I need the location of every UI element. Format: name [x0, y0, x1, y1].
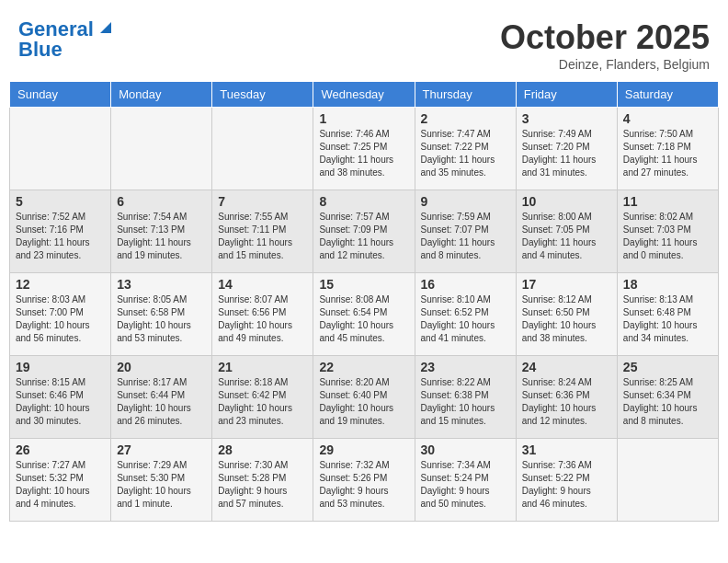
weekday-header-friday: Friday: [516, 82, 617, 108]
day-number: 7: [218, 194, 307, 209]
weekday-header-monday: Monday: [111, 82, 212, 108]
day-number: 25: [623, 360, 712, 374]
page-header: General Blue October 2025 Deinze, Flande…: [9, 9, 719, 76]
day-info: Sunrise: 8:18 AM Sunset: 6:42 PM Dayligh…: [218, 376, 307, 428]
calendar-cell: 20Sunrise: 8:17 AM Sunset: 6:44 PM Dayli…: [111, 356, 212, 439]
calendar-cell: 25Sunrise: 8:25 AM Sunset: 6:34 PM Dayli…: [617, 356, 718, 439]
calendar-cell: 7Sunrise: 7:55 AM Sunset: 7:11 PM Daylig…: [212, 190, 313, 273]
day-info: Sunrise: 8:02 AM Sunset: 7:03 PM Dayligh…: [623, 211, 712, 262]
calendar-cell: 31Sunrise: 7:36 AM Sunset: 5:22 PM Dayli…: [516, 439, 617, 522]
day-number: 19: [16, 360, 105, 374]
day-number: 3: [522, 111, 611, 126]
calendar-cell: 9Sunrise: 7:59 AM Sunset: 7:07 PM Daylig…: [415, 190, 516, 273]
calendar-cell: 23Sunrise: 8:22 AM Sunset: 6:38 PM Dayli…: [415, 356, 516, 439]
weekday-header-sunday: Sunday: [10, 82, 111, 108]
calendar-cell: 4Sunrise: 7:50 AM Sunset: 7:18 PM Daylig…: [617, 108, 718, 190]
day-info: Sunrise: 7:59 AM Sunset: 7:07 PM Dayligh…: [421, 211, 510, 262]
week-row-4: 19Sunrise: 8:15 AM Sunset: 6:46 PM Dayli…: [10, 356, 719, 439]
week-row-2: 5Sunrise: 7:52 AM Sunset: 7:16 PM Daylig…: [10, 190, 719, 273]
calendar-cell: 11Sunrise: 8:02 AM Sunset: 7:03 PM Dayli…: [617, 190, 718, 273]
calendar-cell: 16Sunrise: 8:10 AM Sunset: 6:52 PM Dayli…: [415, 273, 516, 356]
day-info: Sunrise: 8:24 AM Sunset: 6:36 PM Dayligh…: [522, 376, 611, 428]
week-row-5: 26Sunrise: 7:27 AM Sunset: 5:32 PM Dayli…: [10, 439, 719, 522]
day-number: 2: [421, 111, 510, 126]
calendar-cell: 10Sunrise: 8:00 AM Sunset: 7:05 PM Dayli…: [516, 190, 617, 273]
calendar-cell: 27Sunrise: 7:29 AM Sunset: 5:30 PM Dayli…: [111, 439, 212, 522]
calendar-cell: [10, 108, 111, 190]
calendar-cell: 22Sunrise: 8:20 AM Sunset: 6:40 PM Dayli…: [313, 356, 415, 439]
calendar-cell: 15Sunrise: 8:08 AM Sunset: 6:54 PM Dayli…: [313, 273, 415, 356]
logo-subtext: Blue: [18, 39, 63, 61]
day-info: Sunrise: 8:17 AM Sunset: 6:44 PM Dayligh…: [117, 376, 206, 428]
day-info: Sunrise: 7:34 AM Sunset: 5:24 PM Dayligh…: [421, 459, 510, 511]
day-number: 6: [117, 194, 206, 209]
calendar-cell: [617, 439, 718, 522]
day-info: Sunrise: 7:29 AM Sunset: 5:30 PM Dayligh…: [117, 459, 206, 511]
calendar-cell: 2Sunrise: 7:47 AM Sunset: 7:22 PM Daylig…: [415, 108, 516, 190]
day-info: Sunrise: 7:54 AM Sunset: 7:13 PM Dayligh…: [117, 211, 206, 262]
day-number: 31: [522, 442, 611, 457]
day-number: 28: [218, 442, 307, 457]
day-info: Sunrise: 7:52 AM Sunset: 7:16 PM Dayligh…: [16, 211, 105, 262]
day-number: 15: [319, 277, 408, 292]
day-info: Sunrise: 7:50 AM Sunset: 7:18 PM Dayligh…: [623, 128, 712, 179]
day-info: Sunrise: 8:15 AM Sunset: 6:46 PM Dayligh…: [16, 376, 105, 428]
day-number: 26: [16, 442, 105, 457]
calendar-cell: 19Sunrise: 8:15 AM Sunset: 6:46 PM Dayli…: [10, 356, 111, 439]
calendar-cell: 30Sunrise: 7:34 AM Sunset: 5:24 PM Dayli…: [415, 439, 516, 522]
day-info: Sunrise: 8:12 AM Sunset: 6:50 PM Dayligh…: [522, 293, 611, 345]
svg-marker-0: [100, 22, 111, 33]
day-number: 5: [16, 194, 105, 209]
day-number: 23: [421, 360, 510, 374]
day-info: Sunrise: 7:57 AM Sunset: 7:09 PM Dayligh…: [319, 211, 408, 262]
day-info: Sunrise: 8:20 AM Sunset: 6:40 PM Dayligh…: [319, 376, 408, 428]
day-info: Sunrise: 7:46 AM Sunset: 7:25 PM Dayligh…: [319, 128, 408, 179]
day-info: Sunrise: 7:55 AM Sunset: 7:11 PM Dayligh…: [218, 211, 307, 262]
day-info: Sunrise: 7:27 AM Sunset: 5:32 PM Dayligh…: [16, 459, 105, 511]
calendar-cell: 17Sunrise: 8:12 AM Sunset: 6:50 PM Dayli…: [516, 273, 617, 356]
day-info: Sunrise: 7:32 AM Sunset: 5:26 PM Dayligh…: [319, 459, 408, 511]
day-number: 12: [16, 277, 105, 292]
day-info: Sunrise: 8:08 AM Sunset: 6:54 PM Dayligh…: [319, 293, 408, 345]
calendar-cell: 5Sunrise: 7:52 AM Sunset: 7:16 PM Daylig…: [10, 190, 111, 273]
day-number: 17: [522, 277, 611, 292]
calendar-cell: 18Sunrise: 8:13 AM Sunset: 6:48 PM Dayli…: [617, 273, 718, 356]
title-section: October 2025 Deinze, Flanders, Belgium: [500, 18, 710, 72]
day-number: 10: [522, 194, 611, 209]
day-info: Sunrise: 8:00 AM Sunset: 7:05 PM Dayligh…: [522, 211, 611, 262]
weekday-header-wednesday: Wednesday: [313, 82, 415, 108]
calendar-cell: 21Sunrise: 8:18 AM Sunset: 6:42 PM Dayli…: [212, 356, 313, 439]
day-number: 9: [421, 194, 510, 209]
day-number: 4: [623, 111, 712, 126]
day-number: 21: [218, 360, 307, 374]
calendar-cell: 26Sunrise: 7:27 AM Sunset: 5:32 PM Dayli…: [10, 439, 111, 522]
calendar-cell: 29Sunrise: 7:32 AM Sunset: 5:26 PM Dayli…: [313, 439, 415, 522]
day-info: Sunrise: 8:05 AM Sunset: 6:58 PM Dayligh…: [117, 293, 206, 345]
calendar-cell: 1Sunrise: 7:46 AM Sunset: 7:25 PM Daylig…: [313, 108, 415, 190]
day-info: Sunrise: 7:49 AM Sunset: 7:20 PM Dayligh…: [522, 128, 611, 179]
day-number: 22: [319, 360, 408, 374]
weekday-header-tuesday: Tuesday: [212, 82, 313, 108]
day-number: 29: [319, 442, 408, 457]
day-info: Sunrise: 7:36 AM Sunset: 5:22 PM Dayligh…: [522, 459, 611, 511]
calendar-cell: 28Sunrise: 7:30 AM Sunset: 5:28 PM Dayli…: [212, 439, 313, 522]
day-number: 14: [218, 277, 307, 292]
day-info: Sunrise: 8:25 AM Sunset: 6:34 PM Dayligh…: [623, 376, 712, 428]
week-row-3: 12Sunrise: 8:03 AM Sunset: 7:00 PM Dayli…: [10, 273, 719, 356]
calendar-cell: 6Sunrise: 7:54 AM Sunset: 7:13 PM Daylig…: [111, 190, 212, 273]
day-number: 13: [117, 277, 206, 292]
location: Deinze, Flanders, Belgium: [500, 57, 710, 72]
week-row-1: 1Sunrise: 7:46 AM Sunset: 7:25 PM Daylig…: [10, 108, 719, 190]
day-info: Sunrise: 8:10 AM Sunset: 6:52 PM Dayligh…: [421, 293, 510, 345]
day-number: 27: [117, 442, 206, 457]
calendar-cell: 24Sunrise: 8:24 AM Sunset: 6:36 PM Dayli…: [516, 356, 617, 439]
day-number: 16: [421, 277, 510, 292]
day-info: Sunrise: 7:30 AM Sunset: 5:28 PM Dayligh…: [218, 459, 307, 511]
day-number: 20: [117, 360, 206, 374]
calendar-cell: 13Sunrise: 8:05 AM Sunset: 6:58 PM Dayli…: [111, 273, 212, 356]
calendar: SundayMondayTuesdayWednesdayThursdayFrid…: [9, 81, 719, 522]
calendar-cell: 8Sunrise: 7:57 AM Sunset: 7:09 PM Daylig…: [313, 190, 415, 273]
day-info: Sunrise: 7:47 AM Sunset: 7:22 PM Dayligh…: [421, 128, 510, 179]
day-number: 1: [319, 111, 408, 126]
day-info: Sunrise: 8:22 AM Sunset: 6:38 PM Dayligh…: [421, 376, 510, 428]
